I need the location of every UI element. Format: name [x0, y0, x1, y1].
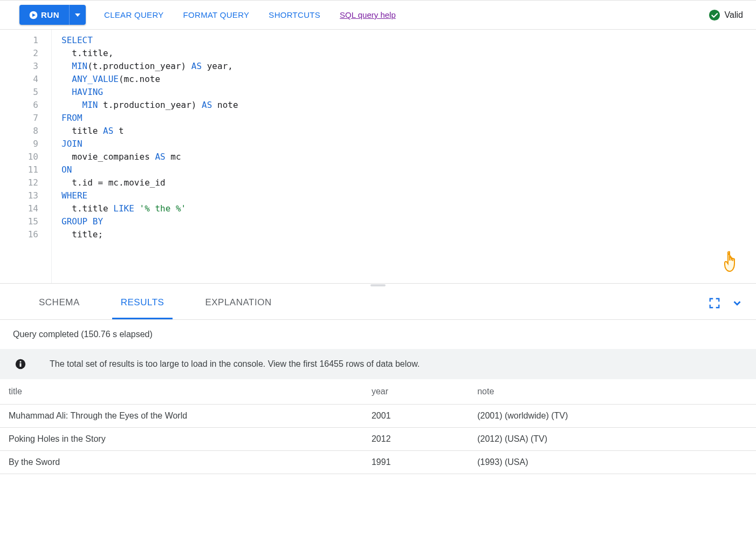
line-number: 16: [0, 228, 38, 241]
column-header[interactable]: title: [0, 379, 363, 405]
code-area[interactable]: SELECT t.title, MIN(t.production_year) A…: [52, 30, 756, 283]
check-circle-icon: [709, 9, 720, 21]
line-number: 8: [0, 125, 38, 138]
caret-down-icon: [75, 13, 80, 17]
line-number: 5: [0, 86, 38, 99]
svg-rect-4: [20, 363, 22, 367]
table-cell: Poking Holes in the Story: [0, 428, 363, 451]
table-row[interactable]: Muhammad Ali: Through the Eyes of the Wo…: [0, 405, 756, 428]
validation-label: Valid: [725, 10, 743, 20]
results-table: titleyearnote Muhammad Ali: Through the …: [0, 379, 756, 474]
code-line[interactable]: ON: [61, 163, 756, 176]
tab-explanation[interactable]: EXPLANATION: [196, 286, 280, 319]
table-cell: 2001: [363, 405, 469, 428]
fullscreen-icon[interactable]: [709, 297, 720, 309]
line-gutter: 12345678910111213141516: [0, 30, 52, 283]
table-cell: 1991: [363, 451, 469, 474]
svg-point-1: [709, 9, 720, 20]
code-line[interactable]: JOIN: [61, 138, 756, 150]
line-number: 6: [0, 99, 38, 112]
run-button-label: RUN: [41, 10, 59, 19]
clear-query-button[interactable]: CLEAR QUERY: [97, 6, 171, 24]
line-number: 14: [0, 202, 38, 215]
line-number: 2: [0, 47, 38, 60]
validation-badge: Valid: [709, 9, 743, 21]
pointer-cursor-icon: [720, 250, 741, 275]
line-number: 15: [0, 215, 38, 228]
code-line[interactable]: MIN(t.production_year) AS year,: [61, 60, 756, 73]
line-number: 13: [0, 189, 38, 202]
table-cell: Muhammad Ali: Through the Eyes of the Wo…: [0, 405, 363, 428]
line-number: 9: [0, 138, 38, 150]
table-row[interactable]: By the Sword1991(1993) (USA): [0, 451, 756, 474]
column-header[interactable]: year: [363, 379, 469, 405]
column-header[interactable]: note: [469, 379, 756, 405]
code-line[interactable]: title AS t: [61, 125, 756, 138]
table-cell: By the Sword: [0, 451, 363, 474]
format-query-button[interactable]: FORMAT QUERY: [176, 6, 257, 24]
table-row[interactable]: Poking Holes in the Story2012(2012) (USA…: [0, 428, 756, 451]
sql-help-link[interactable]: SQL query help: [332, 6, 403, 24]
line-number: 1: [0, 34, 38, 47]
tab-results[interactable]: RESULTS: [112, 286, 173, 319]
code-line[interactable]: WHERE: [61, 189, 756, 202]
table-cell: (1993) (USA): [469, 451, 756, 474]
chevron-down-icon[interactable]: [731, 297, 743, 309]
code-line[interactable]: t.id = mc.movie_id: [61, 176, 756, 189]
run-button[interactable]: RUN: [19, 5, 69, 25]
code-line[interactable]: title;: [61, 228, 756, 241]
line-number: 10: [0, 150, 38, 163]
code-line[interactable]: FROM: [61, 112, 756, 125]
line-number: 7: [0, 112, 38, 125]
line-number: 4: [0, 73, 38, 86]
info-message: The total set of results is too large to…: [50, 359, 420, 369]
line-number: 3: [0, 60, 38, 73]
code-line[interactable]: t.title LIKE '% the %': [61, 202, 756, 215]
code-line[interactable]: t.title,: [61, 47, 756, 60]
line-number: 12: [0, 176, 38, 189]
query-status: Query completed (150.76 s elapsed): [0, 320, 756, 349]
code-line[interactable]: SELECT: [61, 34, 756, 47]
run-button-group: RUN: [19, 5, 86, 25]
info-icon: [15, 359, 26, 369]
code-line[interactable]: GROUP BY: [61, 215, 756, 228]
code-line[interactable]: ANY_VALUE(mc.note: [61, 73, 756, 86]
tab-schema[interactable]: SCHEMA: [30, 286, 88, 319]
shortcuts-button[interactable]: SHORTCUTS: [261, 6, 328, 24]
toolbar: RUN CLEAR QUERY FORMAT QUERY SHORTCUTS S…: [0, 0, 756, 30]
results-tabs: SCHEMA RESULTS EXPLANATION: [0, 286, 756, 320]
run-dropdown-button[interactable]: [69, 5, 86, 25]
code-line[interactable]: MIN t.production_year) AS note: [61, 99, 756, 112]
play-icon: [29, 11, 38, 19]
info-banner: The total set of results is too large to…: [0, 349, 756, 379]
sql-editor[interactable]: 12345678910111213141516 SELECT t.title, …: [0, 30, 756, 283]
table-cell: (2001) (worldwide) (TV): [469, 405, 756, 428]
table-cell: (2012) (USA) (TV): [469, 428, 756, 451]
code-line[interactable]: movie_companies AS mc: [61, 150, 756, 163]
code-line[interactable]: HAVING: [61, 86, 756, 99]
table-cell: 2012: [363, 428, 469, 451]
svg-point-3: [20, 361, 22, 362]
line-number: 11: [0, 163, 38, 176]
